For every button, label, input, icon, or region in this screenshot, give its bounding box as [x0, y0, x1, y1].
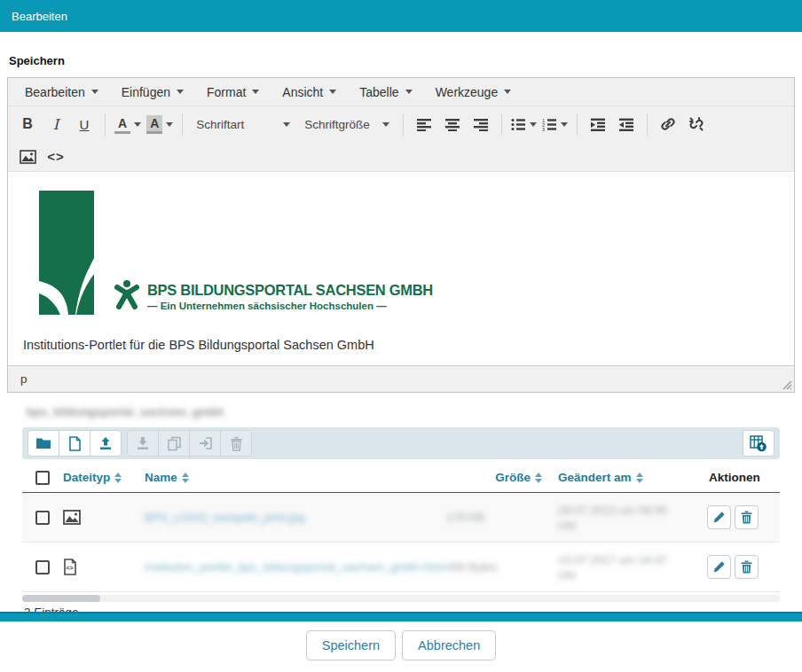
bps-figure-icon: [114, 279, 140, 311]
row-checkbox[interactable]: [35, 511, 50, 525]
insert-image-button[interactable]: [13, 144, 42, 170]
text-color-button[interactable]: A: [112, 111, 144, 137]
align-left-icon: [417, 118, 432, 131]
chevron-down-icon: [166, 122, 173, 127]
menu-werkzeuge[interactable]: Werkzeuge: [424, 82, 523, 103]
column-label: Größe: [495, 471, 531, 484]
pencil-icon: [712, 511, 726, 524]
editor-toolbar-row2: <>: [8, 142, 794, 172]
move-into-icon: [198, 436, 213, 450]
image-file-icon: [63, 510, 81, 525]
file-toolbar: [22, 427, 780, 459]
download-icon: [136, 436, 150, 450]
italic-button[interactable]: I: [42, 111, 70, 137]
window-title: Bearbeiten: [12, 10, 67, 23]
remove-link-button[interactable]: [682, 111, 711, 137]
file-panel: Dateityp Name Größe Geändert am: [22, 427, 780, 613]
font-family-select[interactable]: Schriftart: [189, 111, 297, 137]
code-icon: <>: [47, 149, 65, 164]
bullet-list-button[interactable]: [508, 111, 539, 137]
file-modified: 10.07.2017 um 14:47 Uhr: [542, 552, 698, 582]
menu-einfuegen[interactable]: Einfügen: [110, 82, 195, 103]
underline-button[interactable]: U: [70, 111, 98, 137]
select-all-checkbox[interactable]: [35, 471, 50, 485]
menu-label: Werkzeuge: [436, 85, 499, 99]
file-table-header: Dateityp Name Größe Geändert am: [22, 463, 780, 493]
scrollbar-thumb[interactable]: [22, 595, 100, 602]
column-header-geaendert[interactable]: Geändert am: [542, 471, 698, 484]
column-label: Name: [145, 471, 177, 484]
delete-selected-button: [220, 430, 252, 457]
background-color-button[interactable]: A: [144, 111, 176, 137]
source-code-button[interactable]: <>: [42, 144, 70, 170]
table-upload-icon: [750, 435, 767, 452]
delete-file-button[interactable]: [735, 555, 759, 579]
sort-icon: [114, 473, 122, 483]
menu-ansicht[interactable]: Ansicht: [271, 82, 348, 103]
edit-file-button[interactable]: [707, 505, 731, 529]
form-heading: Speichern: [7, 54, 795, 67]
font-size-label: Schriftgröße: [304, 118, 370, 131]
chevron-down-icon: [405, 90, 413, 94]
file-toolbar-group-selection: [127, 430, 252, 457]
sort-icon: [535, 473, 542, 483]
modified-line1: 29.07.2013 um 09:55: [558, 503, 698, 518]
chevron-down-icon: [382, 122, 389, 127]
sort-icon: [182, 473, 189, 483]
align-right-button[interactable]: [467, 111, 495, 137]
column-header-groesse[interactable]: Größe: [446, 471, 542, 484]
table-columns-button[interactable]: [743, 430, 774, 457]
folder-icon: [35, 436, 51, 450]
table-row: <> institution_portlet_bps_bildungsporta…: [22, 543, 780, 592]
download-button: [127, 430, 159, 457]
menu-label: Tabelle: [359, 85, 398, 99]
trash-icon: [230, 436, 243, 451]
new-folder-button[interactable]: [28, 430, 59, 457]
folder-name-blurred: bps_bildungsportal_sachsen_gmbh: [27, 405, 795, 418]
delete-file-button[interactable]: [735, 505, 759, 529]
align-center-button[interactable]: [438, 111, 467, 137]
menu-tabelle[interactable]: Tabelle: [348, 82, 423, 103]
pencil-icon: [712, 560, 726, 574]
file-name-link[interactable]: institution_portlet_bps_bildungsportal_s…: [145, 560, 444, 574]
column-label: Dateityp: [63, 471, 110, 484]
font-size-select[interactable]: Schriftgröße: [297, 111, 397, 137]
sort-icon: [636, 473, 643, 483]
indent-icon: [591, 118, 606, 131]
file-name-link[interactable]: BPS_LOGO_kompakt_print.jpg: [145, 511, 305, 524]
editor-paragraph: Institutions-Portlet für die BPS Bildung…: [23, 338, 779, 352]
menu-label: Ansicht: [282, 85, 323, 99]
editor-toolbar-row1: B I U A A Schriftart Schriftgröße: [8, 106, 794, 142]
file-size: 179 KB: [446, 511, 542, 524]
horizontal-scrollbar[interactable]: [22, 595, 780, 602]
upload-button[interactable]: [90, 430, 122, 457]
move-button: [189, 430, 221, 457]
table-row: BPS_LOGO_kompakt_print.jpg 179 KB 29.07.…: [22, 493, 780, 543]
new-file-button[interactable]: [59, 430, 90, 457]
file-toolbar-group-create: [28, 430, 122, 457]
outdent-button[interactable]: [612, 111, 641, 137]
element-path[interactable]: p: [20, 372, 28, 386]
edit-file-button[interactable]: [707, 555, 731, 579]
trash-icon: [741, 560, 752, 574]
bps-logo-mark: [39, 191, 94, 315]
save-button[interactable]: Speichern: [306, 630, 396, 660]
align-left-button[interactable]: [410, 111, 438, 137]
row-checkbox[interactable]: [35, 560, 50, 574]
chevron-down-icon: [329, 90, 336, 94]
indent-button[interactable]: [584, 111, 612, 137]
bold-button[interactable]: B: [13, 111, 42, 137]
insert-link-button[interactable]: [654, 111, 682, 137]
chevron-down-icon: [561, 122, 568, 127]
column-header-dateityp[interactable]: Dateityp: [63, 471, 145, 484]
numbered-list-button[interactable]: 123: [539, 111, 570, 137]
cancel-button[interactable]: Abbrechen: [402, 630, 496, 660]
editor-content-area[interactable]: BPS BILDUNGSPORTAL SACHSEN GMBH — Ein Un…: [8, 172, 794, 365]
chevron-down-icon: [504, 90, 511, 94]
menu-bearbeiten[interactable]: Bearbeiten: [13, 82, 110, 103]
window-titlebar: Bearbeiten: [0, 0, 802, 32]
resize-grip-icon[interactable]: [781, 379, 792, 390]
column-header-name[interactable]: Name: [145, 471, 446, 484]
menu-format[interactable]: Format: [195, 82, 271, 103]
link-icon: [660, 116, 676, 132]
